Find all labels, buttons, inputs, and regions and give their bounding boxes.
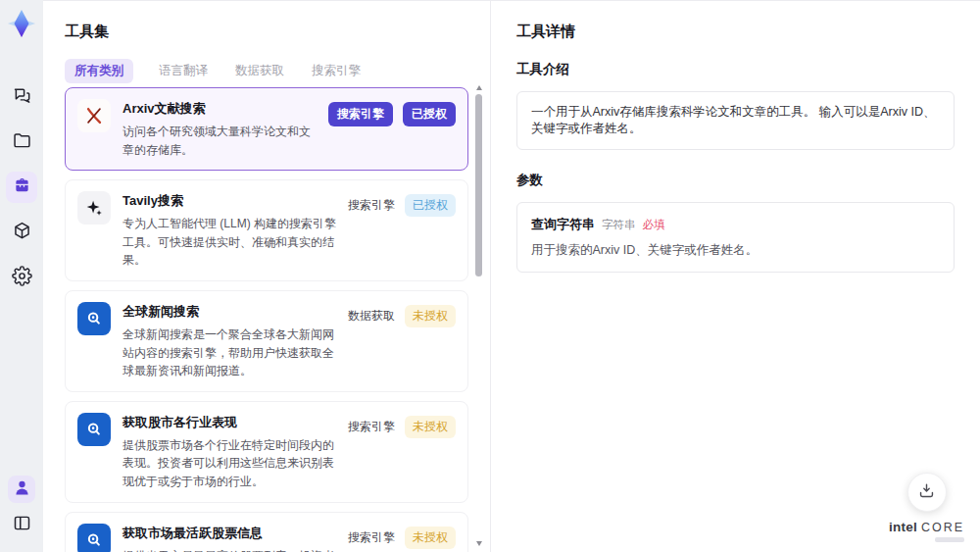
sidebar-item-tools[interactable] bbox=[6, 172, 37, 203]
tool-category-badge: 搜索引擎 bbox=[348, 416, 395, 438]
scrollbar-thumb[interactable] bbox=[475, 94, 482, 276]
cube-icon bbox=[12, 221, 32, 244]
category-tab-2[interactable]: 数据获取 bbox=[233, 59, 286, 83]
tool-name: 全球新闻搜索 bbox=[122, 303, 336, 321]
tool-description: 提供当天交易量最高的股票列表。投资者可以利用这些信息来识别流动性强的股票和潜在的… bbox=[122, 547, 336, 552]
arxiv-icon bbox=[77, 99, 111, 132]
category-tab-1[interactable]: 语言翻译 bbox=[157, 59, 210, 83]
tool-card[interactable]: Tavily搜索 专为人工智能代理 (LLM) 构建的搜索引擎工具。可快速提供实… bbox=[65, 179, 468, 281]
tool-card[interactable]: 全球新闻搜索 全球新闻搜索是一个聚合全球各大新闻网站内容的搜索引擎，帮助用户快速… bbox=[65, 290, 468, 392]
intel-core-logo: intel CORE bbox=[889, 520, 964, 542]
intel-logo-bar bbox=[935, 537, 964, 542]
tool-name: Tavily搜索 bbox=[122, 192, 336, 210]
param-required-badge: 必填 bbox=[643, 218, 665, 232]
detail-title: 工具详情 bbox=[516, 23, 955, 41]
tool-card[interactable]: 获取市场最活跃股票信息 提供当天交易量最高的股票列表。投资者可以利用这些信息来识… bbox=[65, 512, 468, 552]
tool-auth-badge: 未授权 bbox=[405, 305, 456, 327]
core-brand-text: CORE bbox=[921, 521, 964, 534]
detail-pane: 工具详情 工具介绍 一个用于从Arxiv存储库搜索科学论文和文章的工具。 输入可… bbox=[490, 1, 980, 552]
category-tab-3[interactable]: 搜索引擎 bbox=[310, 59, 363, 83]
tool-auth-badge: 未授权 bbox=[405, 527, 456, 549]
param-type: 字符串 bbox=[602, 218, 636, 232]
intel-brand-text: intel bbox=[889, 520, 917, 534]
sidebar-item-collapse-panel[interactable] bbox=[8, 511, 35, 538]
sidebar-item-models[interactable] bbox=[6, 217, 37, 248]
tools-pane: 工具集 所有类别语言翻译数据获取搜索引擎 Arxiv文献搜索 访问各个研究领域大… bbox=[43, 1, 490, 552]
tool-auth-badge: 已授权 bbox=[403, 102, 456, 126]
intro-heading: 工具介绍 bbox=[516, 61, 955, 78]
param-name: 查询字符串 bbox=[531, 216, 595, 233]
params-heading: 参数 bbox=[516, 172, 955, 189]
tool-category-badge: 搜索引擎 bbox=[348, 527, 395, 549]
app-root: 工具集 所有类别语言翻译数据获取搜索引擎 Arxiv文献搜索 访问各个研究领域大… bbox=[0, 0, 980, 552]
main-content: 工具集 所有类别语言翻译数据获取搜索引擎 Arxiv文献搜索 访问各个研究领域大… bbox=[43, 0, 980, 552]
tool-description: 访问各个研究领域大量科学论文和文章的存储库。 bbox=[122, 123, 317, 159]
chat-icon bbox=[12, 85, 32, 109]
app-logo-icon[interactable] bbox=[6, 8, 37, 39]
floating-corner: intel CORE bbox=[889, 473, 964, 542]
sidebar-item-chat[interactable] bbox=[6, 81, 37, 113]
download-icon bbox=[917, 481, 936, 503]
tool-name: Arxiv文献搜索 bbox=[122, 100, 317, 118]
category-tabs: 所有类别语言翻译数据获取搜索引擎 bbox=[65, 59, 466, 83]
magnifier-app-icon bbox=[77, 524, 111, 552]
tool-category-badge: 搜索引擎 bbox=[348, 194, 395, 217]
scroll-down-icon[interactable] bbox=[476, 541, 482, 546]
param-card: 查询字符串 字符串 必填 用于搜索的Arxiv ID、关键字或作者姓名。 bbox=[516, 202, 955, 273]
user-icon bbox=[12, 477, 32, 501]
tool-auth-badge: 已授权 bbox=[405, 194, 456, 217]
toolbox-icon bbox=[12, 176, 32, 199]
tool-description: 全球新闻搜索是一个聚合全球各大新闻网站内容的搜索引擎，帮助用户快速获取全球最新资… bbox=[122, 326, 336, 380]
tool-name: 获取市场最活跃股票信息 bbox=[122, 525, 336, 542]
sidebar bbox=[0, 0, 43, 552]
tool-category-badge: 数据获取 bbox=[348, 305, 395, 327]
panel-layout-icon bbox=[12, 513, 32, 536]
sparkle-icon bbox=[77, 191, 111, 225]
tool-card[interactable]: 获取股市各行业表现 提供股票市场各个行业在特定时间段内的表现。投资者可以利用这些… bbox=[65, 401, 468, 503]
folder-icon bbox=[12, 130, 32, 154]
sidebar-item-files[interactable] bbox=[6, 126, 37, 158]
tool-category-badge: 搜索引擎 bbox=[328, 102, 393, 126]
page-title: 工具集 bbox=[65, 23, 466, 41]
param-description: 用于搜索的Arxiv ID、关键字或作者姓名。 bbox=[531, 242, 940, 259]
magnifier-app-icon bbox=[77, 302, 111, 335]
tool-card[interactable]: Arxiv文献搜索 访问各个研究领域大量科学论文和文章的存储库。 搜索引擎 已授… bbox=[65, 87, 468, 171]
sidebar-item-account[interactable] bbox=[8, 476, 35, 503]
tool-auth-badge: 未授权 bbox=[405, 416, 456, 438]
category-tab-all[interactable]: 所有类别 bbox=[65, 59, 133, 83]
tool-description: 提供股票市场各个行业在特定时间段内的表现。投资者可以利用这些信息来识别表现优于或… bbox=[122, 436, 336, 491]
tool-name: 获取股市各行业表现 bbox=[122, 414, 336, 431]
scroll-up-icon[interactable] bbox=[476, 85, 482, 90]
tool-description: 专为人工智能代理 (LLM) 构建的搜索引擎工具。可快速提供实时、准确和真实的结… bbox=[122, 215, 336, 270]
tool-list: Arxiv文献搜索 访问各个研究领域大量科学论文和文章的存储库。 搜索引擎 已授… bbox=[65, 87, 468, 552]
list-scrollbar[interactable] bbox=[474, 85, 484, 546]
tool-intro-text: 一个用于从Arxiv存储库搜索科学论文和文章的工具。 输入可以是Arxiv ID… bbox=[516, 91, 955, 150]
sidebar-item-settings[interactable] bbox=[6, 262, 37, 293]
download-button[interactable] bbox=[907, 473, 947, 512]
magnifier-app-icon bbox=[77, 413, 111, 446]
gear-icon bbox=[12, 266, 32, 289]
